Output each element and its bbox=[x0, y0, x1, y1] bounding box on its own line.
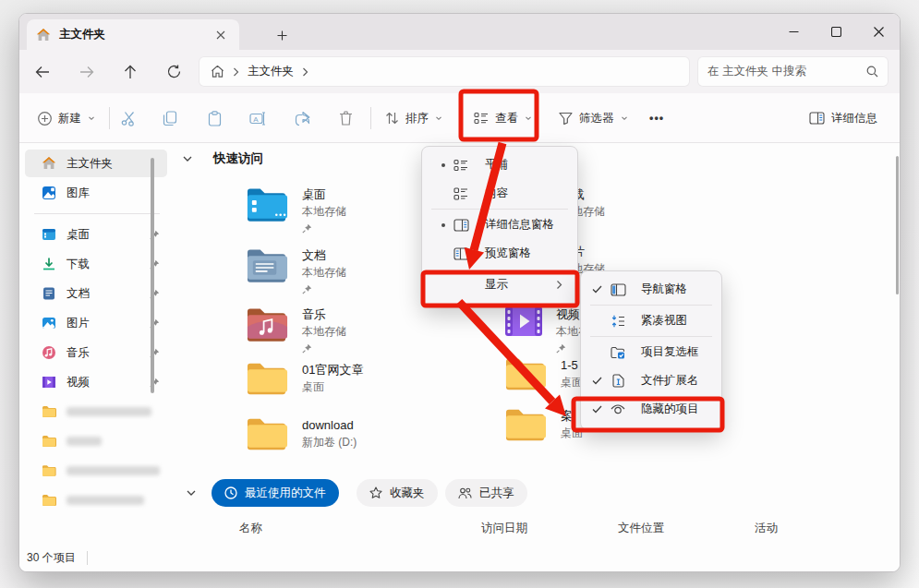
submenu-item-item-checkboxes[interactable]: 项目复选框 bbox=[585, 338, 718, 366]
tab-home-folder[interactable]: 主文件夹 bbox=[27, 19, 239, 50]
shared-pill[interactable]: 已共享 bbox=[445, 479, 527, 507]
tab-title: 主文件夹 bbox=[59, 27, 203, 42]
submenu-item-compact-view[interactable]: 紧凑视图 bbox=[585, 306, 718, 335]
item-checkboxes-icon bbox=[610, 346, 626, 359]
recent-files-label: 最近使用的文件 bbox=[245, 486, 326, 501]
breadcrumb-segment[interactable]: 主文件夹 bbox=[248, 64, 294, 79]
clock-icon bbox=[224, 486, 237, 499]
refresh-icon[interactable] bbox=[159, 57, 188, 86]
navigation-pane-icon bbox=[610, 283, 626, 296]
sidebar-item-downloads[interactable]: 下载 bbox=[25, 250, 167, 278]
preview-pane-icon bbox=[453, 247, 469, 260]
videos-folder-icon bbox=[504, 306, 543, 337]
download-icon bbox=[42, 257, 56, 271]
funnel-icon bbox=[559, 112, 573, 125]
sidebar-item-pictures[interactable]: 图片 bbox=[25, 309, 167, 337]
share-button[interactable] bbox=[286, 103, 318, 133]
menu-item-details-pane[interactable]: 详细信息窗格 bbox=[426, 210, 574, 239]
address-bar[interactable]: 主文件夹 bbox=[200, 57, 689, 86]
chevron-down-icon bbox=[621, 114, 628, 122]
copy-button[interactable] bbox=[154, 103, 186, 133]
sidebar-scrollbar[interactable] bbox=[151, 158, 154, 393]
paste-button[interactable] bbox=[199, 103, 230, 133]
menu-item-content[interactable]: 内容 bbox=[426, 179, 574, 208]
menu-item-preview-pane[interactable]: 预览窗格 bbox=[426, 239, 574, 268]
menu-item-label: 详细信息窗格 bbox=[485, 217, 554, 233]
blurred-label bbox=[67, 466, 160, 475]
filter-button[interactable]: 筛选器 bbox=[551, 102, 635, 134]
sidebar-item-documents[interactable]: 文档 bbox=[25, 280, 167, 307]
new-label: 新建 bbox=[58, 111, 81, 126]
content-scrollbar[interactable] bbox=[896, 156, 899, 294]
sidebar-item-folder-blurred[interactable] bbox=[25, 457, 167, 485]
tile-folder[interactable]: download 新加卷 (D:) bbox=[246, 416, 357, 453]
close-button[interactable] bbox=[857, 14, 900, 50]
sidebar-item-desktop[interactable]: 桌面 bbox=[25, 221, 167, 248]
column-header-activity[interactable]: 活动 bbox=[755, 521, 778, 536]
quick-access-header[interactable]: 快速访问 bbox=[182, 150, 263, 167]
tab-bar: 主文件夹 bbox=[19, 14, 900, 50]
tile-folder[interactable]: 案 桌面 bbox=[504, 407, 583, 444]
back-icon[interactable] bbox=[28, 57, 57, 86]
more-options-button[interactable]: ••• bbox=[642, 102, 671, 134]
up-icon[interactable] bbox=[115, 57, 145, 86]
column-header-location[interactable]: 文件位置 bbox=[618, 521, 664, 536]
tile-desktop[interactable]: 桌面 本地存储 bbox=[246, 186, 346, 237]
menu-item-show[interactable]: 显示 bbox=[426, 270, 574, 299]
new-tab-button[interactable] bbox=[271, 25, 293, 45]
submenu-item-hidden-items[interactable]: 隐藏的项目 bbox=[585, 395, 718, 424]
folder-icon bbox=[42, 435, 56, 448]
video-icon bbox=[42, 375, 56, 390]
tile-music[interactable]: 音乐 本地存储 bbox=[246, 306, 346, 357]
details-pane-button[interactable]: 详细信息 bbox=[802, 102, 885, 134]
view-menu: 平铺 内容 详细信息窗格 预览窗格 显示 bbox=[421, 146, 578, 306]
sidebar-item-label: 图库 bbox=[67, 186, 90, 201]
menu-item-label: 平铺 bbox=[485, 157, 508, 173]
minimize-button[interactable] bbox=[772, 14, 815, 50]
tile-documents[interactable]: 文档 本地存储 bbox=[246, 246, 346, 298]
sort-button[interactable]: 排序 bbox=[378, 102, 450, 134]
maximize-button[interactable] bbox=[815, 14, 857, 50]
folder-icon bbox=[42, 464, 56, 477]
sidebar-item-gallery[interactable]: 图库 bbox=[25, 179, 167, 207]
chevron-down-icon bbox=[88, 114, 95, 122]
tile-folder[interactable]: 1-5 桌面 bbox=[504, 356, 583, 393]
sidebar-item-folder-blurred[interactable] bbox=[25, 427, 167, 455]
column-header-name[interactable]: 名称 bbox=[239, 521, 262, 536]
new-button[interactable]: 新建 bbox=[30, 102, 103, 134]
rename-button[interactable]: A bbox=[242, 103, 273, 133]
cut-button[interactable] bbox=[113, 103, 144, 133]
tab-close-icon[interactable] bbox=[212, 26, 230, 44]
sidebar-item-folder-blurred[interactable] bbox=[25, 398, 167, 426]
search-box[interactable]: 在 主文件夹 中搜索 bbox=[698, 57, 888, 86]
sidebar-item-videos[interactable]: 视频 bbox=[25, 368, 167, 396]
submenu-item-navigation-pane[interactable]: 导航窗格 bbox=[585, 275, 718, 304]
menu-item-label: 隐藏的项目 bbox=[641, 402, 699, 417]
sidebar-item-folder-blurred[interactable] bbox=[25, 486, 167, 514]
search-icon bbox=[866, 66, 878, 78]
pin-icon bbox=[302, 223, 312, 234]
ellipsis-icon: ••• bbox=[649, 112, 664, 125]
favorites-label: 收藏夹 bbox=[390, 486, 425, 501]
shared-label: 已共享 bbox=[479, 486, 514, 501]
delete-button[interactable] bbox=[330, 103, 361, 133]
search-placeholder: 在 主文件夹 中搜索 bbox=[707, 64, 866, 79]
menu-item-tiles[interactable]: 平铺 bbox=[426, 150, 574, 179]
items-count: 30 个项目 bbox=[27, 550, 76, 566]
sidebar-item-music[interactable]: 音乐 bbox=[25, 339, 167, 366]
home-icon bbox=[42, 156, 56, 171]
desktop-folder-icon bbox=[246, 186, 289, 224]
column-header-date[interactable]: 访问日期 bbox=[481, 521, 527, 536]
sidebar-item-home[interactable]: 主文件夹 bbox=[25, 150, 167, 177]
check-icon bbox=[592, 377, 602, 385]
recent-files-pill[interactable]: 最近使用的文件 bbox=[212, 479, 339, 507]
menu-item-label: 项目复选框 bbox=[641, 344, 699, 360]
favorites-pill[interactable]: 收藏夹 bbox=[357, 479, 438, 507]
sidebar-item-label: 音乐 bbox=[67, 345, 90, 361]
submenu-item-file-extensions[interactable]: 文件扩展名 bbox=[585, 366, 718, 395]
forward-icon[interactable] bbox=[72, 57, 102, 86]
breadcrumb-home-icon bbox=[211, 65, 224, 78]
view-button[interactable]: 查看 bbox=[466, 102, 539, 134]
recent-section-chevron-icon[interactable] bbox=[182, 484, 200, 502]
tile-folder[interactable]: 01官网文章 桌面 bbox=[246, 361, 363, 398]
